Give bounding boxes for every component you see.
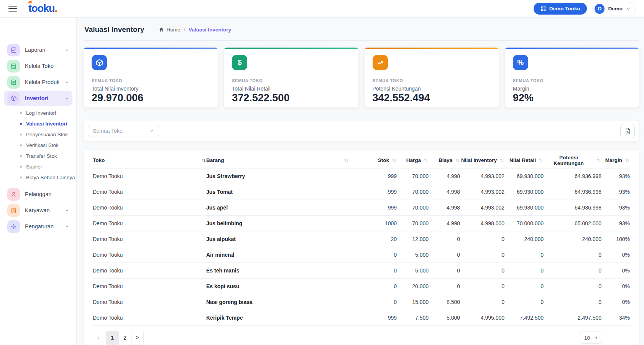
sidebar-item-pelanggan[interactable]: Pelanggan (4, 187, 72, 202)
cell-value: 0 (429, 279, 460, 294)
sidebar-subitem-biaya-beban-lainnya[interactable]: Biaya Beban Lainnya (0, 172, 76, 183)
cell-value: 5.000 (397, 247, 429, 263)
sidebar-item-kelola-toko[interactable]: Kelola Toko (4, 58, 72, 74)
cell-value: 20.000 (397, 279, 429, 294)
sidebar-item-karyawan[interactable]: Karyawan (4, 203, 72, 218)
cell-value: 999 (349, 310, 397, 326)
column-header-margin[interactable]: Margin (601, 152, 630, 168)
bullet-icon (20, 144, 22, 146)
column-header-potensi-keuntungan[interactable]: Potensi Keuntungan (544, 152, 601, 168)
cell-value: 0 (429, 231, 460, 247)
cell-barang: Es kopi susu (206, 279, 349, 294)
cell-value: 0 (544, 279, 601, 294)
cell-value: 12.000 (397, 231, 429, 247)
column-header-harga[interactable]: Harga (397, 152, 429, 168)
sort-icon (344, 158, 349, 163)
pagination-prev-button[interactable]: ‹ (93, 331, 104, 344)
cell-value: 0 (504, 279, 544, 294)
customer-icon (7, 188, 20, 201)
cell-value: 1000 (349, 216, 397, 231)
cell-value: 0% (601, 294, 630, 310)
cell-barang: Jus alpukat (206, 231, 349, 247)
sidebar-subitem-log-inventori[interactable]: Log Inventori (0, 107, 76, 118)
sidebar-item-inventori[interactable]: Inventori (4, 91, 72, 106)
user-menu[interactable]: D Demo (592, 2, 636, 15)
table-row: Demo TookuKeripik Tempe9997.5005.0004.99… (93, 310, 630, 326)
cell-value: 0 (349, 279, 397, 294)
sidebar-subitem-transfer-stok[interactable]: Transfer Stok (0, 150, 76, 161)
sidebar-item-kelola-produk[interactable]: Kelola Produk (4, 74, 72, 90)
cell-value: 4.998 (429, 200, 460, 216)
table-row: Demo TookuJus belimbing100070.0004.9984.… (93, 216, 630, 231)
card-value: 342.552.494 (373, 92, 491, 104)
card-label: Total Nilai Inventory (92, 86, 210, 92)
dropdown-triangle-icon: ▼ (595, 336, 598, 340)
cell-value: 999 (349, 184, 397, 200)
app-header: tooku. Demo Tooku D Demo (0, 0, 644, 18)
sort-icon (625, 158, 630, 163)
column-header-barang[interactable]: Barang (206, 152, 349, 168)
cell-value: 240.000 (544, 231, 601, 247)
inventory-table: TokoBarangStokHargaBiayaNilai InventoryN… (93, 152, 630, 326)
sidebar-subitem-suplier[interactable]: Suplier (0, 161, 76, 172)
cell-toko: Demo Tooku (93, 310, 206, 326)
cell-value: 999 (349, 200, 397, 216)
breadcrumb-home-link[interactable]: Home (159, 27, 180, 33)
cell-value: 4.993.002 (460, 200, 504, 216)
sort-icon (424, 158, 429, 163)
column-header-nilai-inventory[interactable]: Nilai Inventory (460, 152, 504, 168)
page-size-select[interactable]: 10 ▼ (580, 332, 602, 344)
chevron-down-icon (65, 208, 69, 213)
cell-barang: Keripik Tempe (206, 310, 349, 326)
sidebar-item-pengaturan[interactable]: Pengaturan (4, 219, 72, 234)
menu-toggle-button[interactable] (8, 6, 17, 12)
sidebar-subitem-penyesuaian-stok[interactable]: Penyesuaian Stok (0, 129, 76, 140)
cell-value: 2.497.500 (544, 310, 601, 326)
column-header-biaya[interactable]: Biaya (429, 152, 460, 168)
cell-barang: Jus belimbing (206, 216, 349, 231)
store-filter-select[interactable]: Semua Toko (88, 125, 159, 137)
column-header-stok[interactable]: Stok (349, 152, 397, 168)
workspace-button[interactable]: Demo Tooku (534, 3, 587, 15)
chevron-up-icon (65, 96, 69, 101)
cell-value: 4.995.000 (460, 310, 504, 326)
table-row: Demo TookuEs kopi susu020.00000000% (93, 279, 630, 294)
cell-value: 69.930.000 (504, 184, 544, 200)
cell-value: 0 (504, 263, 544, 279)
table-row: Demo TookuJus alpukat2012.00000240.00024… (93, 231, 630, 247)
cell-value: 7.500 (397, 310, 429, 326)
sidebar-subitem-valuasi-inventori[interactable]: Valuasi Inventori (0, 118, 76, 129)
sort-icon (392, 158, 397, 163)
cell-value: 8.500 (429, 294, 460, 310)
cell-value: 64.936.998 (544, 184, 601, 200)
cell-value: 15.000 (397, 294, 429, 310)
cell-value: 0% (601, 279, 630, 294)
chevron-down-icon (65, 80, 69, 84)
page-title: Valuasi Inventory (84, 25, 144, 34)
column-header-toko[interactable]: Toko (93, 152, 206, 168)
export-excel-button[interactable] (620, 124, 635, 138)
cell-toko: Demo Tooku (93, 200, 206, 216)
pagination-next-button[interactable]: > (131, 331, 144, 345)
cell-value: 4.998 (429, 168, 460, 184)
cell-value: 0 (460, 279, 504, 294)
app-logo: tooku. (28, 3, 57, 14)
chevron-down-icon (150, 129, 154, 133)
pagination-page-2[interactable]: 2 (118, 331, 131, 345)
sidebar-item-laporan[interactable]: Laporan (4, 42, 72, 58)
table-row: Demo TookuJus Tomat99970.0004.9984.993.0… (93, 184, 630, 200)
percent-icon: % (513, 55, 528, 70)
bullet-icon (20, 155, 22, 157)
cell-value: 0 (349, 247, 397, 263)
sidebar-item-label: Pelanggan (25, 191, 51, 197)
cell-value: 70.000 (397, 184, 429, 200)
sidebar-subitem-verifikasi-stok[interactable]: Verifikasi Stok (0, 140, 76, 150)
cell-value: 0 (544, 247, 601, 263)
pagination-page-1[interactable]: 1 (106, 331, 118, 345)
sidebar-item-label: Kelola Produk (25, 79, 59, 85)
table-row: Demo TookuJus Strawberry99970.0004.9984.… (93, 168, 630, 184)
column-header-nilai-retail[interactable]: Nilai Retail (504, 152, 544, 168)
cell-value: 4.993.002 (460, 184, 504, 200)
cell-value: 5.000 (397, 263, 429, 279)
stat-cards-row: SEMUA TOKOTotal Nilai Inventory29.970.00… (84, 48, 639, 107)
